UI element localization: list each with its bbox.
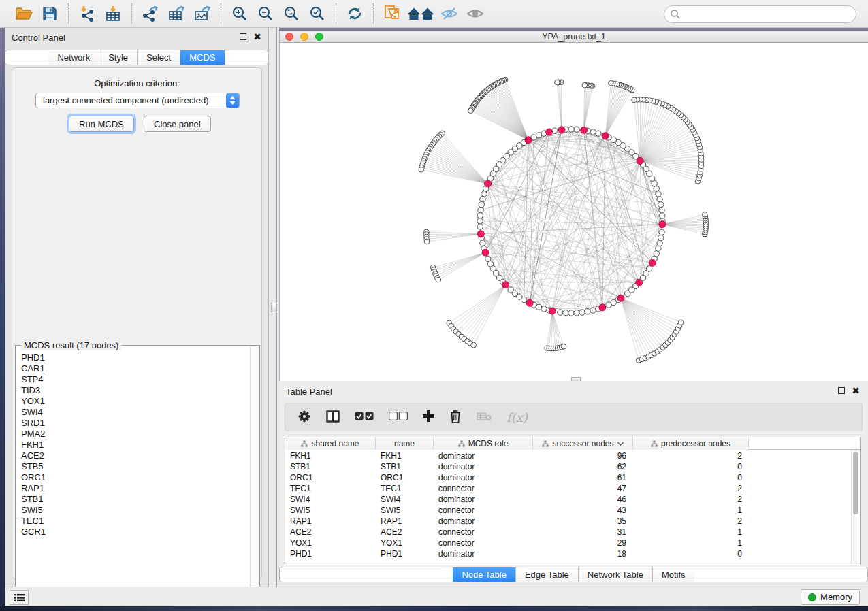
ring-node[interactable] xyxy=(656,246,661,251)
ring-node[interactable] xyxy=(541,306,547,312)
ring-node[interactable] xyxy=(521,297,526,302)
ring-node[interactable] xyxy=(574,310,579,316)
column-header-shared-name[interactable]: shared name xyxy=(285,437,376,450)
table-scrollbar-thumb[interactable] xyxy=(853,452,858,514)
ring-node[interactable] xyxy=(590,308,596,313)
task-history-button[interactable] xyxy=(10,590,29,605)
dominator-node[interactable] xyxy=(477,231,484,237)
ring-node[interactable] xyxy=(478,208,483,213)
float-panel-icon[interactable] xyxy=(240,33,246,40)
dominator-node[interactable] xyxy=(602,133,609,139)
table-row[interactable]: ORC1ORC1dominator610 xyxy=(285,472,860,483)
ring-node[interactable] xyxy=(481,191,487,197)
table-settings-gear-icon[interactable] xyxy=(298,410,311,425)
leaf-node[interactable] xyxy=(468,108,474,114)
export-image-icon[interactable] xyxy=(191,3,214,24)
ring-node[interactable] xyxy=(656,191,661,197)
mcds-list-item[interactable]: SWI4 xyxy=(21,407,251,418)
leaf-node[interactable] xyxy=(609,80,614,86)
mcds-list-item[interactable]: PMA2 xyxy=(21,429,251,440)
ring-node[interactable] xyxy=(657,196,662,201)
ring-node[interactable] xyxy=(659,229,664,235)
mcds-list-item[interactable]: TEC1 xyxy=(21,516,251,527)
column-header-MCDS-role[interactable]: MCDS role xyxy=(434,437,533,450)
import-table-icon[interactable] xyxy=(101,3,125,24)
open-session-icon[interactable] xyxy=(12,3,35,24)
ring-node[interactable] xyxy=(477,224,483,229)
dominator-node[interactable] xyxy=(659,221,666,228)
leaf-node[interactable] xyxy=(419,167,424,172)
table-scrollbar[interactable] xyxy=(851,450,859,565)
ring-node[interactable] xyxy=(596,131,601,136)
mcds-list-item[interactable]: RAP1 xyxy=(21,483,251,494)
mcds-list-item[interactable]: ORC1 xyxy=(21,472,251,483)
ring-node[interactable] xyxy=(590,129,596,135)
criterion-dropdown[interactable]: largest connected component (undirected) xyxy=(35,93,240,108)
tab-style[interactable]: Style xyxy=(99,50,138,65)
ring-node[interactable] xyxy=(658,201,664,207)
ring-node[interactable] xyxy=(568,310,574,316)
select-all-icon[interactable] xyxy=(355,412,374,423)
mcds-list-item[interactable]: PHD1 xyxy=(21,352,251,363)
ring-node[interactable] xyxy=(585,309,590,314)
tab-select[interactable]: Select xyxy=(138,50,180,65)
first-neighbors-icon[interactable] xyxy=(406,3,435,24)
dominator-node[interactable] xyxy=(502,282,509,288)
leaf-node[interactable] xyxy=(632,97,637,103)
close-panel-icon[interactable]: ✖ xyxy=(253,33,261,40)
table-row[interactable]: RAP1RAP1dominator352 xyxy=(285,516,860,527)
dominator-node[interactable] xyxy=(617,295,624,301)
zoom-selected-icon[interactable] xyxy=(306,3,329,24)
leaf-node[interactable] xyxy=(561,344,566,350)
ring-node[interactable] xyxy=(654,251,659,257)
search-input[interactable] xyxy=(664,5,856,23)
column-header-name[interactable]: name xyxy=(376,437,434,450)
leaf-node[interactable] xyxy=(554,80,560,85)
mcds-list-item[interactable]: STB5 xyxy=(21,461,251,472)
ring-node[interactable] xyxy=(480,240,485,246)
add-column-icon[interactable] xyxy=(423,410,434,424)
show-all-icon[interactable] xyxy=(464,3,487,24)
copy-share-icon[interactable] xyxy=(381,3,404,24)
leaf-node[interactable] xyxy=(702,212,707,218)
leaf-node[interactable] xyxy=(471,342,477,348)
dominator-node[interactable] xyxy=(649,259,656,266)
import-network-icon[interactable] xyxy=(76,3,99,24)
mcds-list-item[interactable]: CAR1 xyxy=(21,363,251,374)
ring-node[interactable] xyxy=(568,127,574,132)
dominator-node[interactable] xyxy=(525,137,532,144)
table-tab-motifs[interactable]: Motifs xyxy=(653,567,694,582)
leaf-node[interactable] xyxy=(424,239,430,244)
dominator-node[interactable] xyxy=(485,180,492,187)
vertical-splitter[interactable] xyxy=(269,28,279,587)
mcds-list-item[interactable]: TID3 xyxy=(21,385,251,396)
ring-node[interactable] xyxy=(477,213,483,218)
mcds-list-item[interactable]: ACE2 xyxy=(21,450,251,461)
ring-node[interactable] xyxy=(479,201,484,207)
dominator-node[interactable] xyxy=(558,127,565,133)
memory-button[interactable]: Memory xyxy=(801,589,860,605)
table-row[interactable]: STB1STB1dominator620 xyxy=(285,461,860,472)
ring-node[interactable] xyxy=(658,235,664,240)
dominator-node[interactable] xyxy=(581,127,588,133)
hide-selected-icon[interactable] xyxy=(438,3,461,24)
ring-node[interactable] xyxy=(657,240,662,246)
table-row[interactable]: SWI4SWI4dominator462 xyxy=(285,494,860,505)
dominator-node[interactable] xyxy=(637,157,643,164)
ring-node[interactable] xyxy=(536,304,541,310)
save-session-icon[interactable] xyxy=(38,3,61,24)
zoom-out-icon[interactable] xyxy=(254,3,277,24)
mcds-list-item[interactable]: SRD1 xyxy=(21,418,251,429)
zoom-in-icon[interactable] xyxy=(228,3,251,24)
ring-node[interactable] xyxy=(659,208,664,213)
ring-node[interactable] xyxy=(558,310,563,315)
node-table[interactable]: shared namenameMCDS rolesuccessor nodesp… xyxy=(285,437,861,565)
network-titlebar[interactable]: YPA_prune.txt_1 xyxy=(280,31,868,43)
mcds-list-item[interactable]: SWI5 xyxy=(21,505,251,516)
table-row[interactable]: YOX1YOX1connector291 xyxy=(285,538,860,548)
zoom-fit-icon[interactable] xyxy=(280,3,303,24)
table-row[interactable]: SWI5SWI5connector431 xyxy=(285,505,860,516)
dominator-node[interactable] xyxy=(482,249,489,256)
table-row[interactable]: PHD1PHD1dominator180 xyxy=(285,548,860,559)
mcds-list-item[interactable]: STP4 xyxy=(21,374,251,385)
